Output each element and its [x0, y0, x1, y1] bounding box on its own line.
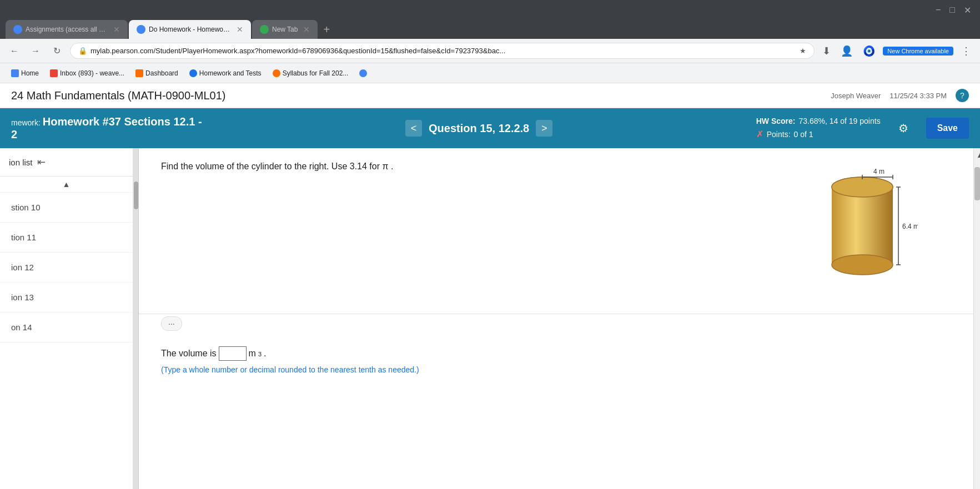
tab-label-newtab: New Tab	[272, 26, 298, 33]
tab-newtab[interactable]: New Tab ✕	[252, 20, 318, 39]
tab-homework[interactable]: Do Homework - Homework #3 ✕	[129, 20, 251, 39]
menu-button[interactable]: ⋮	[959, 43, 973, 59]
bookmark-dashboard[interactable]: Dashboard	[131, 67, 183, 79]
bookmark-home[interactable]: Home	[7, 67, 43, 79]
scroll-thumb	[974, 167, 980, 200]
extensions-button[interactable]: 🧿	[861, 43, 877, 59]
sidebar-item-q11[interactable]: tion 11	[0, 223, 133, 253]
main-area: ion list ⇤ ▲ stion 10 tion 11 ion 12 ion…	[0, 148, 980, 489]
sidebar-scroll-controls: ▲	[0, 177, 133, 193]
sidebar-item-q13[interactable]: ion 13	[0, 283, 133, 312]
scroll-track	[974, 162, 980, 489]
page-title-bar: 24 Math Fundamentals (MATH-0900-ML01) Jo…	[0, 83, 980, 108]
answer-unit: m	[249, 349, 256, 359]
url-bar[interactable]: 🔒 mylab.pearson.com/Student/PlayerHomewo…	[70, 43, 815, 59]
height-label: 6.4 m	[902, 223, 918, 230]
bookmark-icon-hw	[189, 69, 197, 77]
bookmark-label-hw: Homework and Tests	[199, 69, 262, 77]
radius-label: 4 m	[873, 168, 884, 175]
hw-score-label: HW Score:	[756, 115, 796, 127]
question-nav: < Question 15, 12.2.8 >	[213, 120, 745, 137]
title-bar: − □ ✕	[0, 0, 980, 20]
maximize-button[interactable]: □	[946, 5, 958, 15]
new-chrome-badge: New Chrome available	[883, 47, 953, 56]
settings-button[interactable]: ⚙	[892, 122, 915, 135]
prev-question-button[interactable]: <	[405, 120, 422, 137]
back-button[interactable]: ←	[7, 43, 22, 59]
tab-close-homework[interactable]: ✕	[237, 25, 243, 34]
page-title: 24 Math Fundamentals (MATH-0900-ML01)	[11, 89, 225, 102]
svg-rect-2	[832, 187, 893, 265]
save-button[interactable]: Save	[926, 118, 969, 139]
tab-icon-assignments	[13, 25, 22, 34]
x-icon: ✗	[756, 127, 763, 142]
next-question-button[interactable]: >	[536, 120, 552, 137]
bookmark-icon-dashboard	[135, 69, 143, 77]
bookmarks-bar: Home Inbox (893) - weave... Dashboard Ho…	[0, 63, 980, 83]
sidebar-item-q14[interactable]: on 14	[0, 312, 133, 342]
answer-area: The volume is m3. (Type a whole number o…	[139, 333, 973, 387]
homework-header: mework: Homework #37 Sections 12.1 - 2 <…	[0, 108, 980, 148]
hint-text: (Type a whole number or decimal rounded …	[161, 365, 951, 374]
bookmark-icon-syl	[273, 69, 280, 77]
sidebar-scroll-thumb	[134, 182, 138, 209]
star-icon[interactable]: ★	[800, 47, 806, 55]
svg-point-4	[832, 177, 893, 197]
answer-prefix: The volume is	[161, 349, 217, 359]
points-label: Points:	[767, 128, 791, 140]
window-controls: − □ ✕	[932, 5, 974, 16]
sidebar-up-button[interactable]: ▲	[63, 180, 71, 189]
url-text: mylab.pearson.com/Student/PlayerHomework…	[91, 47, 796, 55]
tab-close-assignments[interactable]: ✕	[113, 25, 120, 34]
hw-score-block: HW Score: 73.68%, 14 of 19 points ✗ Poin…	[756, 115, 881, 142]
bookmark-homework-tests[interactable]: Homework and Tests	[185, 67, 266, 79]
help-icon: ?	[960, 91, 964, 100]
tab-assignments[interactable]: Assignments (access all MyLab ✕	[6, 20, 128, 39]
bookmark-label-home: Home	[21, 69, 39, 77]
downloads-button[interactable]: ⬇	[820, 43, 833, 59]
bookmark-inbox[interactable]: Inbox (893) - weave...	[46, 67, 129, 79]
homework-subtitle: 2	[11, 128, 202, 141]
address-bar: ← → ↻ 🔒 mylab.pearson.com/Student/Player…	[0, 39, 980, 63]
bookmark-icon-home	[11, 69, 19, 77]
tab-label-homework: Do Homework - Homework #3	[149, 26, 231, 33]
forward-button[interactable]: →	[28, 43, 43, 59]
profile-button[interactable]: 👤	[838, 43, 855, 59]
minimize-button[interactable]: −	[932, 5, 944, 15]
sidebar-collapse-button[interactable]: ⇤	[37, 156, 46, 168]
scroll-up-button[interactable]: ▲	[974, 148, 980, 162]
points-value: 0 of 1	[794, 128, 813, 140]
user-name: Joseph Weaver	[831, 92, 881, 100]
homework-title: Homework #37 Sections 12.1 -	[43, 115, 202, 128]
tab-bar: Assignments (access all MyLab ✕ Do Homew…	[0, 20, 980, 39]
bookmark-label-syl: Syllabus for Fall 202...	[283, 69, 349, 77]
content-area: Find the volume of the cylinder to the r…	[139, 148, 973, 489]
new-tab-button[interactable]: +	[319, 23, 334, 36]
close-button[interactable]: ✕	[961, 5, 974, 16]
answer-text: The volume is m3.	[161, 346, 951, 361]
tab-close-newtab[interactable]: ✕	[303, 25, 310, 34]
page-datetime: 11/25/24 3:33 PM	[889, 92, 947, 100]
bookmark-icon-inbox	[50, 69, 58, 77]
svg-point-3	[832, 255, 893, 275]
right-scrollbar: ▲ ▼	[973, 148, 980, 489]
bookmark-label-inbox: Inbox (893) - weave...	[60, 69, 124, 77]
dots-button[interactable]: ···	[161, 316, 182, 331]
tab-label-assignments: Assignments (access all MyLab	[26, 26, 108, 33]
help-button[interactable]: ?	[956, 89, 969, 102]
bookmark-syllabus[interactable]: Syllabus for Fall 202...	[268, 67, 353, 79]
url-icons: ★	[800, 47, 806, 55]
sidebar-title: ion list	[9, 158, 33, 167]
homework-title-block: mework: Homework #37 Sections 12.1 - 2	[11, 115, 202, 141]
cylinder-diagram: 4 m 6.4 m	[796, 159, 918, 284]
sidebar-scroll-track	[133, 148, 139, 489]
dots-divider: ···	[139, 314, 973, 333]
refresh-button[interactable]: ↻	[49, 43, 64, 59]
answer-input[interactable]	[219, 346, 247, 361]
tab-icon-homework	[137, 25, 145, 34]
bookmark-globe[interactable]	[355, 67, 371, 79]
sidebar-item-q10[interactable]: stion 10	[0, 193, 133, 223]
answer-exponent: 3	[258, 351, 262, 357]
sidebar-header: ion list ⇤	[0, 148, 133, 177]
sidebar-item-q12[interactable]: ion 12	[0, 253, 133, 283]
